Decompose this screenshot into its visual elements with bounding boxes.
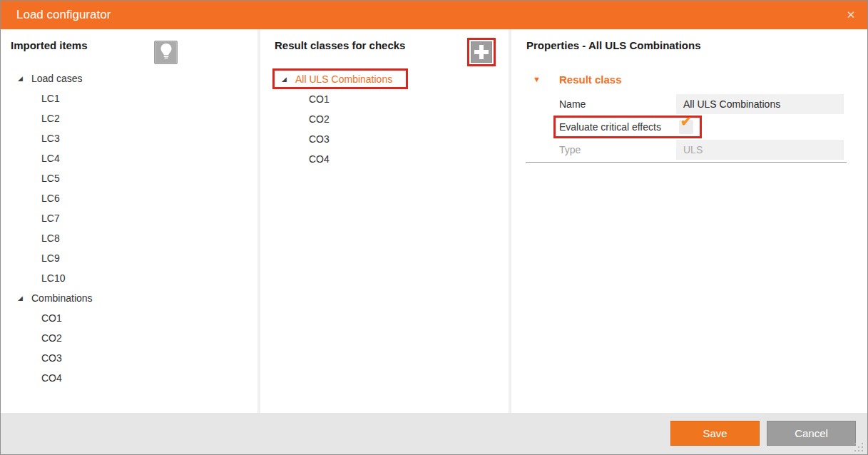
- tree-item-label: LC8: [41, 232, 60, 244]
- tree-item-label: LC4: [41, 153, 60, 164]
- result-class-section-header: ▼ Result class: [511, 68, 867, 90]
- result-classes-header-row: Result classes for checks: [260, 29, 509, 68]
- dialog-footer: Save Cancel: [1, 413, 867, 455]
- resize-grip[interactable]: [854, 443, 864, 453]
- tree-item-rc-co3[interactable]: CO3: [260, 129, 509, 149]
- tree-item-lc2[interactable]: LC2: [1, 108, 257, 128]
- save-button[interactable]: Save: [670, 421, 760, 446]
- tree-item-lc5[interactable]: LC5: [1, 168, 257, 188]
- tree-item-label: LC9: [41, 252, 60, 264]
- tree-item-label: LC6: [41, 193, 60, 204]
- tree-item-lc6[interactable]: LC6: [1, 188, 257, 208]
- type-field: ULS: [676, 140, 844, 160]
- expander-icon[interactable]: ◢: [18, 75, 31, 82]
- evaluate-label: Evaluate critical effects: [559, 121, 679, 133]
- tree-item-co3[interactable]: CO3: [1, 348, 257, 368]
- imported-items-tree: ◢ Load cases LC1 LC2 LC3 LC4 LC5 LC6 LC7…: [1, 68, 257, 388]
- tree-item-label: CO4: [41, 372, 62, 384]
- tree-item-label: LC3: [41, 133, 60, 144]
- properties-title: Properties - All ULS Combinations: [526, 39, 700, 51]
- dialog-content: Imported items ◢ Load cases L: [1, 29, 867, 413]
- section-label: Result class: [559, 73, 622, 86]
- name-field[interactable]: All ULS Combinations: [676, 94, 844, 114]
- tree-item-rc-co1[interactable]: CO1: [260, 89, 509, 109]
- tree-item-label: LC7: [41, 213, 60, 224]
- tree-item-label: CO2: [309, 113, 330, 125]
- section-collapse-icon[interactable]: ▼: [533, 75, 559, 83]
- tree-item-rc-co2[interactable]: CO2: [260, 109, 509, 129]
- tree-item-label: Load cases: [31, 73, 83, 84]
- tree-item-lc1[interactable]: LC1: [1, 88, 257, 108]
- properties-panel: Properties - All ULS Combinations ▼ Resu…: [511, 29, 867, 413]
- tree-item-all-uls-combinations[interactable]: ◢ All ULS Combinations: [275, 71, 406, 87]
- name-label: Name: [559, 98, 676, 110]
- properties-header-row: Properties - All ULS Combinations: [511, 29, 867, 68]
- tree-item-label: LC10: [41, 272, 65, 284]
- tree-item-label: LC2: [41, 113, 60, 124]
- tree-item-co1[interactable]: CO1: [1, 308, 257, 328]
- section-divider: [526, 162, 847, 163]
- evaluate-checkbox[interactable]: ✔: [679, 120, 693, 134]
- expander-icon[interactable]: ◢: [282, 76, 295, 83]
- tree-item-lc3[interactable]: LC3: [1, 128, 257, 148]
- annotation-box-add: [467, 38, 496, 66]
- tree-item-label: CO3: [41, 352, 62, 364]
- tree-item-label: All ULS Combinations: [295, 73, 392, 85]
- type-label: Type: [559, 144, 676, 155]
- load-configurator-dialog: Load configurator ✕ Imported items: [0, 0, 868, 455]
- tree-item-lc4[interactable]: LC4: [1, 148, 257, 168]
- plus-icon: [474, 45, 489, 59]
- tree-item-load-cases[interactable]: ◢ Load cases: [1, 68, 257, 88]
- tree-item-rc-co4[interactable]: CO4: [260, 149, 509, 169]
- tree-item-co4[interactable]: CO4: [1, 368, 257, 388]
- annotation-box-evaluate: Evaluate critical effects ✔: [553, 116, 702, 138]
- result-classes-title: Result classes for checks: [275, 39, 405, 51]
- result-classes-panel: Result classes for checks ◢ All ULS Comb…: [260, 29, 509, 413]
- tree-item-lc8[interactable]: LC8: [1, 228, 257, 248]
- tree-item-label: CO3: [309, 133, 330, 145]
- tree-item-label: CO2: [41, 332, 62, 344]
- tree-item-combinations[interactable]: ◢ Combinations: [1, 288, 257, 308]
- tree-item-label: LC5: [41, 173, 60, 184]
- tree-item-lc9[interactable]: LC9: [1, 248, 257, 268]
- tree-item-label: CO4: [309, 153, 330, 165]
- tree-item-lc10[interactable]: LC10: [1, 268, 257, 288]
- property-row-name: Name All ULS Combinations: [559, 94, 867, 114]
- tree-item-label: LC1: [41, 93, 60, 104]
- lightbulb-icon: [159, 43, 173, 62]
- add-result-class-button[interactable]: [471, 41, 492, 63]
- expander-icon[interactable]: ◢: [18, 295, 31, 302]
- tree-item-co2[interactable]: CO2: [1, 328, 257, 348]
- tree-item-label: CO1: [309, 93, 330, 105]
- cancel-button[interactable]: Cancel: [767, 421, 856, 446]
- tree-item-label: CO1: [41, 312, 62, 324]
- result-classes-tree: ◢ All ULS Combinations CO1 CO2 CO3 CO4: [260, 68, 509, 169]
- tree-item-lc7[interactable]: LC7: [1, 208, 257, 228]
- hint-button[interactable]: [154, 41, 178, 64]
- annotation-box-selected-class: ◢ All ULS Combinations: [272, 68, 408, 89]
- imported-items-title: Imported items: [11, 39, 88, 51]
- window-title: Load configurator: [16, 8, 111, 22]
- imported-items-panel: Imported items ◢ Load cases L: [1, 29, 257, 413]
- titlebar: Load configurator ✕: [1, 1, 867, 29]
- close-icon[interactable]: ✕: [834, 1, 867, 29]
- imported-items-header-row: Imported items: [1, 29, 257, 68]
- property-row-type: Type ULS: [559, 140, 867, 160]
- checkmark-icon: ✔: [680, 113, 692, 130]
- tree-item-label: Combinations: [31, 292, 93, 304]
